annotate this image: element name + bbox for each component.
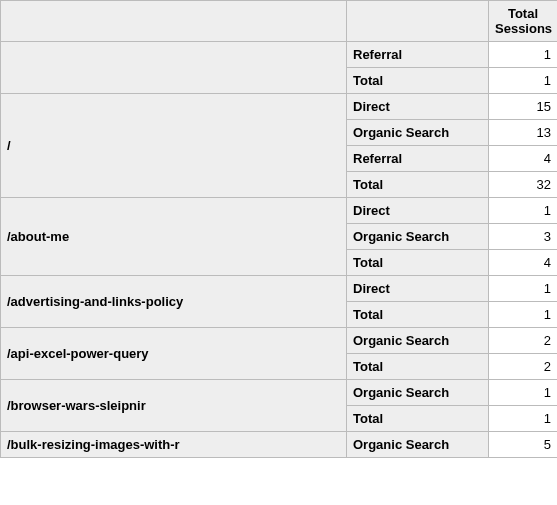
sessions-value-cell: 1 [489,198,558,224]
page-path-cell [1,42,347,94]
page-path-cell: /browser-wars-sleipnir [1,380,347,432]
channel-cell: Total [347,250,489,276]
sessions-value-cell: 15 [489,94,558,120]
channel-cell: Total [347,68,489,94]
channel-cell: Referral [347,146,489,172]
sessions-value-cell: 1 [489,380,558,406]
channel-cell: Total [347,302,489,328]
channel-cell: Organic Search [347,432,489,458]
page-path-cell: /bulk-resizing-images-with-r [1,432,347,458]
sessions-value-cell: 5 [489,432,558,458]
table-row: /browser-wars-sleipnirOrganic Search1 [1,380,558,406]
channel-cell: Direct [347,198,489,224]
table-row: /advertising-and-links-policyDirect1 [1,276,558,302]
table-row: Referral1 [1,42,558,68]
channel-cell: Organic Search [347,380,489,406]
sessions-value-cell: 1 [489,42,558,68]
sessions-value-cell: 13 [489,120,558,146]
sessions-pivot-table: Total Sessions Referral1Total1/Direct15O… [0,0,557,458]
table-row: /Direct15 [1,94,558,120]
table-row: /api-excel-power-queryOrganic Search2 [1,328,558,354]
sessions-value-cell: 1 [489,276,558,302]
table-body: Referral1Total1/Direct15Organic Search13… [1,42,558,458]
page-path-cell: /about-me [1,198,347,276]
sessions-value-cell: 3 [489,224,558,250]
sessions-value-cell: 4 [489,146,558,172]
sessions-value-cell: 4 [489,250,558,276]
sessions-value-cell: 32 [489,172,558,198]
channel-cell: Organic Search [347,328,489,354]
table-row: /bulk-resizing-images-with-rOrganic Sear… [1,432,558,458]
sessions-value-cell: 1 [489,302,558,328]
channel-cell: Referral [347,42,489,68]
channel-cell: Total [347,406,489,432]
sessions-value-cell: 2 [489,354,558,380]
page-path-cell: /advertising-and-links-policy [1,276,347,328]
channel-cell: Organic Search [347,224,489,250]
channel-cell: Organic Search [347,120,489,146]
channel-cell: Direct [347,276,489,302]
page-path-cell: /api-excel-power-query [1,328,347,380]
header-row: Total Sessions [1,1,558,42]
page-path-cell: / [1,94,347,198]
header-blank-channel [347,1,489,42]
header-blank-page [1,1,347,42]
channel-cell: Direct [347,94,489,120]
channel-cell: Total [347,172,489,198]
sessions-value-cell: 2 [489,328,558,354]
header-total-sessions: Total Sessions [489,1,558,42]
table-row: /about-meDirect1 [1,198,558,224]
sessions-value-cell: 1 [489,406,558,432]
sessions-value-cell: 1 [489,68,558,94]
channel-cell: Total [347,354,489,380]
